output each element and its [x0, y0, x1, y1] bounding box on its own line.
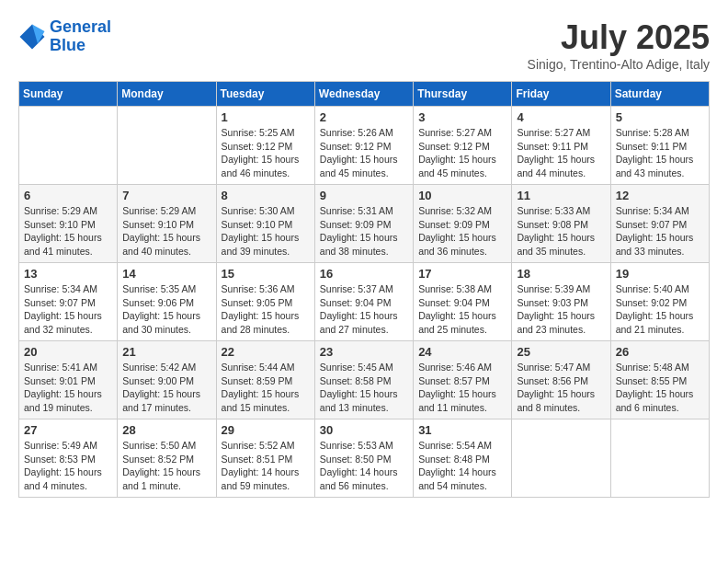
calendar-cell [19, 107, 118, 185]
header-tuesday: Tuesday [216, 82, 314, 107]
calendar-cell: 23Sunrise: 5:45 AM Sunset: 8:58 PM Dayli… [314, 341, 413, 419]
calendar-week-row: 6Sunrise: 5:29 AM Sunset: 9:10 PM Daylig… [19, 185, 710, 263]
day-info: Sunrise: 5:34 AM Sunset: 9:07 PM Dayligh… [24, 282, 112, 337]
header-saturday: Saturday [610, 82, 709, 107]
day-number: 27 [24, 423, 112, 437]
day-info: Sunrise: 5:30 AM Sunset: 9:10 PM Dayligh… [222, 204, 310, 259]
calendar-cell: 3Sunrise: 5:27 AM Sunset: 9:12 PM Daylig… [414, 107, 512, 185]
calendar-cell: 6Sunrise: 5:29 AM Sunset: 9:10 PM Daylig… [19, 185, 118, 263]
day-info: Sunrise: 5:46 AM Sunset: 8:57 PM Dayligh… [418, 361, 506, 415]
day-info: Sunrise: 5:34 AM Sunset: 9:07 PM Dayligh… [616, 204, 704, 259]
calendar-cell: 19Sunrise: 5:40 AM Sunset: 9:02 PM Dayli… [610, 263, 709, 341]
day-info: Sunrise: 5:29 AM Sunset: 9:10 PM Dayligh… [122, 204, 210, 259]
day-number: 20 [24, 345, 112, 359]
calendar-table: Sunday Monday Tuesday Wednesday Thursday… [18, 81, 710, 498]
calendar-cell: 18Sunrise: 5:39 AM Sunset: 9:03 PM Dayli… [512, 263, 610, 341]
header-sunday: Sunday [19, 82, 118, 107]
day-number: 17 [418, 267, 506, 281]
calendar-cell: 7Sunrise: 5:29 AM Sunset: 9:10 PM Daylig… [118, 185, 216, 263]
calendar-cell: 26Sunrise: 5:48 AM Sunset: 8:55 PM Dayli… [610, 341, 709, 419]
title-block: July 2025 Sinigo, Trentino-Alto Adige, I… [528, 18, 710, 72]
day-info: Sunrise: 5:25 AM Sunset: 9:12 PM Dayligh… [222, 126, 310, 180]
day-number: 7 [122, 189, 210, 202]
calendar-week-row: 13Sunrise: 5:34 AM Sunset: 9:07 PM Dayli… [19, 263, 710, 341]
calendar-cell [610, 419, 709, 498]
day-number: 3 [418, 110, 506, 124]
day-number: 23 [320, 345, 408, 359]
calendar-cell: 10Sunrise: 5:32 AM Sunset: 9:09 PM Dayli… [414, 185, 512, 263]
calendar-cell [118, 107, 216, 185]
day-info: Sunrise: 5:53 AM Sunset: 8:50 PM Dayligh… [320, 439, 408, 493]
day-info: Sunrise: 5:38 AM Sunset: 9:04 PM Dayligh… [418, 282, 506, 337]
logo-line1: General [50, 17, 111, 36]
day-number: 5 [616, 110, 704, 124]
day-number: 16 [320, 267, 408, 281]
month-title: July 2025 [528, 18, 710, 57]
calendar-cell: 22Sunrise: 5:44 AM Sunset: 8:59 PM Dayli… [216, 341, 314, 419]
day-number: 30 [320, 423, 408, 437]
day-info: Sunrise: 5:39 AM Sunset: 9:03 PM Dayligh… [517, 282, 605, 337]
day-info: Sunrise: 5:48 AM Sunset: 8:55 PM Dayligh… [616, 361, 704, 415]
day-info: Sunrise: 5:44 AM Sunset: 8:59 PM Dayligh… [222, 361, 310, 415]
calendar-cell: 15Sunrise: 5:36 AM Sunset: 9:05 PM Dayli… [216, 263, 314, 341]
day-info: Sunrise: 5:33 AM Sunset: 9:08 PM Dayligh… [517, 204, 605, 259]
calendar-cell: 13Sunrise: 5:34 AM Sunset: 9:07 PM Dayli… [19, 263, 118, 341]
day-number: 14 [122, 267, 210, 281]
day-number: 29 [222, 423, 310, 437]
location-subtitle: Sinigo, Trentino-Alto Adige, Italy [528, 57, 710, 72]
logo: General Blue [18, 18, 111, 55]
day-info: Sunrise: 5:27 AM Sunset: 9:11 PM Dayligh… [517, 126, 605, 180]
day-number: 1 [222, 110, 310, 124]
day-number: 24 [418, 345, 506, 359]
logo-icon [18, 23, 46, 51]
calendar-cell [512, 419, 610, 498]
calendar-cell: 28Sunrise: 5:50 AM Sunset: 8:52 PM Dayli… [118, 419, 216, 498]
day-number: 9 [320, 189, 408, 202]
logo-line2: Blue [50, 36, 85, 54]
day-number: 26 [616, 345, 704, 359]
calendar-cell: 21Sunrise: 5:42 AM Sunset: 9:00 PM Dayli… [118, 341, 216, 419]
day-number: 4 [517, 110, 605, 124]
day-info: Sunrise: 5:41 AM Sunset: 9:01 PM Dayligh… [24, 361, 112, 415]
day-info: Sunrise: 5:40 AM Sunset: 9:02 PM Dayligh… [616, 282, 704, 337]
day-info: Sunrise: 5:31 AM Sunset: 9:09 PM Dayligh… [320, 204, 408, 259]
day-info: Sunrise: 5:32 AM Sunset: 9:09 PM Dayligh… [418, 204, 506, 259]
day-number: 12 [616, 189, 704, 202]
day-info: Sunrise: 5:36 AM Sunset: 9:05 PM Dayligh… [222, 282, 310, 337]
calendar-cell: 9Sunrise: 5:31 AM Sunset: 9:09 PM Daylig… [314, 185, 413, 263]
calendar-cell: 14Sunrise: 5:35 AM Sunset: 9:06 PM Dayli… [118, 263, 216, 341]
day-number: 10 [418, 189, 506, 202]
page-header: General Blue July 2025 Sinigo, Trentino-… [18, 18, 710, 72]
calendar-cell: 1Sunrise: 5:25 AM Sunset: 9:12 PM Daylig… [216, 107, 314, 185]
day-number: 31 [418, 423, 506, 437]
day-number: 2 [320, 110, 408, 124]
calendar-cell: 27Sunrise: 5:49 AM Sunset: 8:53 PM Dayli… [19, 419, 118, 498]
day-number: 18 [517, 267, 605, 281]
day-info: Sunrise: 5:54 AM Sunset: 8:48 PM Dayligh… [418, 439, 506, 493]
day-number: 15 [222, 267, 310, 281]
day-info: Sunrise: 5:37 AM Sunset: 9:04 PM Dayligh… [320, 282, 408, 337]
header-wednesday: Wednesday [314, 82, 413, 107]
header-thursday: Thursday [414, 82, 512, 107]
day-number: 6 [24, 189, 112, 202]
header-friday: Friday [512, 82, 610, 107]
day-number: 22 [222, 345, 310, 359]
day-info: Sunrise: 5:52 AM Sunset: 8:51 PM Dayligh… [222, 439, 310, 493]
calendar-cell: 30Sunrise: 5:53 AM Sunset: 8:50 PM Dayli… [314, 419, 413, 498]
calendar-cell: 12Sunrise: 5:34 AM Sunset: 9:07 PM Dayli… [610, 185, 709, 263]
logo-text: General Blue [50, 18, 111, 55]
day-number: 19 [616, 267, 704, 281]
day-info: Sunrise: 5:29 AM Sunset: 9:10 PM Dayligh… [24, 204, 112, 259]
calendar-cell: 11Sunrise: 5:33 AM Sunset: 9:08 PM Dayli… [512, 185, 610, 263]
day-number: 8 [222, 189, 310, 202]
day-info: Sunrise: 5:26 AM Sunset: 9:12 PM Dayligh… [320, 126, 408, 180]
day-info: Sunrise: 5:35 AM Sunset: 9:06 PM Dayligh… [122, 282, 210, 337]
day-number: 11 [517, 189, 605, 202]
calendar-cell: 17Sunrise: 5:38 AM Sunset: 9:04 PM Dayli… [414, 263, 512, 341]
calendar-cell: 5Sunrise: 5:28 AM Sunset: 9:11 PM Daylig… [610, 107, 709, 185]
calendar-cell: 8Sunrise: 5:30 AM Sunset: 9:10 PM Daylig… [216, 185, 314, 263]
day-info: Sunrise: 5:49 AM Sunset: 8:53 PM Dayligh… [24, 439, 112, 493]
calendar-cell: 29Sunrise: 5:52 AM Sunset: 8:51 PM Dayli… [216, 419, 314, 498]
calendar-cell: 2Sunrise: 5:26 AM Sunset: 9:12 PM Daylig… [314, 107, 413, 185]
calendar-cell: 16Sunrise: 5:37 AM Sunset: 9:04 PM Dayli… [314, 263, 413, 341]
